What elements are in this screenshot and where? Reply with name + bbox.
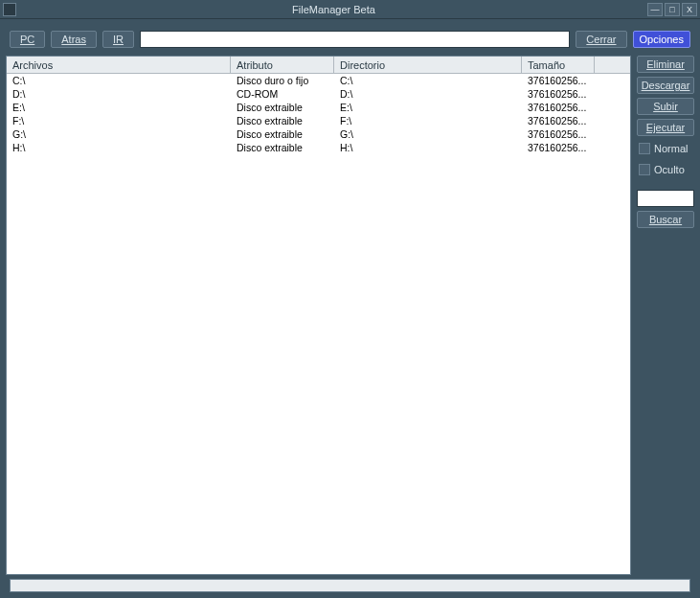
col-extra[interactable] [595, 57, 630, 73]
app-window: FileManager Beta — □ X PC Atras IR Cerra… [0, 0, 700, 598]
cell: 376160256... [522, 142, 595, 153]
cell: D:\ [334, 88, 522, 100]
toolbar: PC Atras IR Cerrar Opciones [6, 25, 694, 56]
window-title: FileManager Beta [20, 4, 647, 15]
cell: E:\ [7, 102, 231, 113]
cell: H:\ [334, 142, 522, 153]
cell: H:\ [7, 142, 231, 153]
delete-button[interactable]: Eliminar [637, 56, 694, 73]
normal-checkbox[interactable]: Normal [637, 140, 694, 157]
cell: E:\ [334, 102, 522, 113]
main-row: Archivos Atributo Directorio Tamaño C:\D… [6, 56, 694, 575]
cell: Disco duro o fijo [231, 75, 334, 86]
table-header: Archivos Atributo Directorio Tamaño [7, 57, 630, 74]
table-row[interactable]: F:\Disco extraibleF:\376160256... [7, 114, 630, 127]
options-button[interactable]: Opciones [633, 31, 690, 48]
close-panel-button[interactable]: Cerrar [576, 31, 626, 48]
checkbox-icon [639, 164, 650, 175]
cell: 376160256... [522, 128, 595, 140]
col-atributo[interactable]: Atributo [231, 57, 334, 73]
upload-button[interactable]: Subir [637, 98, 694, 115]
table-row[interactable]: H:\Disco extraibleH:\376160256... [7, 141, 630, 154]
hidden-checkbox[interactable]: Oculto [637, 161, 694, 178]
table-row[interactable]: C:\Disco duro o fijoC:\376160256... [7, 74, 630, 87]
cell: F:\ [334, 115, 522, 126]
cell: G:\ [334, 128, 522, 140]
cell: 376160256... [522, 75, 595, 86]
col-tamano[interactable]: Tamaño [522, 57, 595, 73]
cell: D:\ [7, 88, 231, 100]
cell: Disco extraible [231, 115, 334, 126]
cell: 376160256... [522, 115, 595, 126]
cell: Disco extraible [231, 102, 334, 113]
minimize-button[interactable]: — [647, 3, 663, 16]
cell: CD-ROM [231, 88, 334, 100]
cell: 376160256... [522, 102, 595, 113]
table-row[interactable]: G:\Disco extraibleG:\376160256... [7, 127, 630, 141]
file-table: Archivos Atributo Directorio Tamaño C:\D… [6, 56, 631, 575]
table-body[interactable]: C:\Disco duro o fijoC:\376160256...D:\CD… [7, 74, 630, 574]
back-button[interactable]: Atras [51, 31, 97, 48]
col-archivos[interactable]: Archivos [7, 57, 231, 73]
cell: 376160256... [522, 88, 595, 100]
search-button[interactable]: Buscar [637, 211, 694, 228]
status-bar [10, 579, 690, 592]
path-input[interactable] [140, 31, 570, 48]
titlebar[interactable]: FileManager Beta — □ X [0, 0, 700, 19]
content-area: PC Atras IR Cerrar Opciones Archivos Atr… [0, 19, 700, 598]
maximize-button[interactable]: □ [665, 3, 680, 16]
normal-label: Normal [654, 143, 688, 154]
sidebar: Eliminar Descargar Subir Ejecutar Normal… [637, 56, 694, 575]
table-row[interactable]: E:\Disco extraibleE:\376160256... [7, 101, 630, 114]
close-button[interactable]: X [682, 3, 697, 16]
app-icon [3, 3, 16, 16]
download-button[interactable]: Descargar [637, 77, 694, 94]
checkbox-icon [639, 143, 650, 154]
cell: F:\ [7, 115, 231, 126]
execute-button[interactable]: Ejecutar [637, 119, 694, 136]
go-button[interactable]: IR [102, 31, 134, 48]
hidden-label: Oculto [654, 164, 685, 175]
cell: C:\ [7, 75, 231, 86]
table-row[interactable]: D:\CD-ROMD:\376160256... [7, 87, 630, 101]
col-directorio[interactable]: Directorio [334, 57, 522, 73]
window-controls: — □ X [647, 3, 697, 16]
cell: Disco extraible [231, 142, 334, 153]
pc-button[interactable]: PC [10, 31, 45, 48]
cell: Disco extraible [231, 128, 334, 140]
search-input[interactable] [637, 190, 694, 207]
cell: C:\ [334, 75, 522, 86]
cell: G:\ [7, 128, 231, 140]
